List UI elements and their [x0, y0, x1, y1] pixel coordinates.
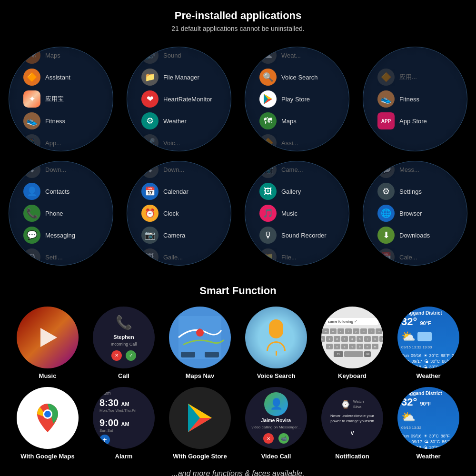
app-label: Galle... [163, 254, 183, 261]
app-label: Browser [399, 210, 422, 217]
app-maps-faded: 🗺 Maps [23, 47, 60, 64]
svg-rect-8 [181, 352, 195, 357]
alarm-days1: Mon,Tue,Wed,Thu,Fri [99, 408, 136, 413]
app-label: Clock [163, 210, 179, 217]
vcall-accept[interactable]: 📹 [278, 433, 289, 444]
svg-rect-9 [205, 352, 219, 357]
caller-name: Stephen [113, 334, 134, 340]
cal-faded-icon: 📅 [377, 248, 395, 266]
app-assistant[interactable]: 🔶 Assistant [23, 69, 70, 86]
key-i: i [368, 328, 375, 334]
notif-message: Never underestimate your power to change… [325, 413, 379, 424]
weather-top-label: Weather [416, 372, 440, 379]
app-downloads[interactable]: ⬇ Downloads [377, 227, 430, 244]
app-messaging[interactable]: 💬 Messaging [23, 227, 75, 244]
decline-btn[interactable]: ✕ [111, 350, 122, 361]
app-contacts[interactable]: 👤 Contacts [23, 183, 69, 200]
call-circle: 📞 Stephen Incoming Call ✕ ✓ [93, 307, 155, 368]
smart-grid-row1: Music 📞 Stephen Incoming Call ✕ ✓ Call [0, 307, 476, 379]
vcall-bg: 👤 Jaime Rovira video calling on Messenge… [245, 387, 307, 449]
key-del: ⌫ [364, 351, 371, 357]
app-yingyongbao[interactable]: ✦ 应用宝 [23, 90, 64, 108]
call-icon: 📞 [116, 315, 132, 330]
key-a: a [321, 336, 325, 342]
apps-grid-row1: 🗺 Maps 🔶 Assistant ✦ 应用宝 👟 Fitness 📱 App… [0, 42, 476, 156]
key-o: o [376, 328, 382, 334]
play-icon [40, 328, 57, 347]
app-calendar[interactable]: 📅 Calendar [141, 183, 188, 200]
voicesearch-label: Voice Search [257, 372, 296, 379]
app-browser[interactable]: 🌐 Browser [377, 205, 422, 222]
app-label: App Store [399, 118, 427, 125]
app-label: 应用... [399, 73, 417, 81]
maps-icon: 🗺 [23, 47, 40, 64]
vcall-avatar: 👤 [264, 392, 288, 416]
app-filemanager[interactable]: 📁 File Manager [141, 69, 199, 86]
app-phone[interactable]: 📞 Phone [23, 205, 63, 222]
footer-text: ...and more functions & faces available. [0, 469, 476, 476]
app-heartrate[interactable]: ❤ HeartRateMonitor [141, 90, 212, 108]
key-g: g [349, 336, 356, 342]
app-label: Gallery [281, 188, 301, 195]
app-weather2-faded: ☁ Weat... [259, 47, 301, 64]
app-label: App... [45, 139, 61, 147]
app-label: Messaging [45, 232, 75, 239]
weather-cloud [417, 332, 432, 341]
app-camera[interactable]: 📷 Camera [141, 227, 185, 244]
weather-sun-b: Sun09/16☀30°C88°F [401, 434, 450, 438]
watch-circle-3: ☁ Weat... 🔍 Voice Search Play Store 🗺 Ma… [245, 47, 349, 151]
app-settings[interactable]: ⚙ Settings [377, 183, 422, 200]
app-voicesearch[interactable]: 🔍 Voice Search [259, 69, 318, 86]
app-label: 应用宝 [45, 95, 64, 103]
camera-icon: 📷 [141, 227, 159, 244]
call-bg: 📞 Stephen Incoming Call ✕ ✓ [93, 307, 155, 368]
notification-label: Notification [335, 453, 369, 460]
weather-main-icon-b: ⛅ [401, 410, 416, 424]
camera2-faded-icon: 📷 [259, 161, 277, 178]
add-alarm-btn[interactable]: + [99, 435, 110, 445]
smart-grid-row2: With Google Maps Alarm 8:30 AM Mon,Tue,W… [0, 387, 476, 460]
assistant-icon: 🔶 [23, 69, 40, 86]
app-label: Camera [163, 232, 185, 239]
app-appstore[interactable]: APP App Store [377, 112, 427, 129]
app-label: Mess... [399, 166, 419, 173]
mess-faded-icon: 💬 [377, 161, 395, 178]
vcall-decline[interactable]: ✕ [263, 433, 274, 444]
app-label: Setti... [45, 254, 63, 261]
alarm-title: Alarm [99, 391, 111, 396]
app-playstore[interactable]: Play Store [259, 90, 310, 108]
app-maps2[interactable]: 🗺 Maps [259, 112, 297, 129]
weather-circle-bottom: Longgand District 32° 90°F ⛅ 09/15 13:32… [397, 387, 459, 449]
key-x: x [334, 344, 340, 349]
app-app-faded: 📱 App... [23, 134, 61, 151]
weather-bg-top: Longgand District 32° 90°F ⛅ 09/15 13:32… [397, 307, 459, 368]
app-clock[interactable]: ⏰ Clock [141, 205, 179, 222]
soundrecorder-icon: 🎙 [259, 227, 277, 244]
watch-circle-8: 💬 Mess... ⚙ Settings 🌐 Browser ⬇ Downloa… [363, 161, 467, 266]
weather-time-b: 09/15 13:32 [401, 426, 421, 430]
settings-faded-icon: ⚙ [23, 248, 40, 266]
app-yingyong2-faded: 🔶 应用... [377, 69, 417, 86]
app-weather[interactable]: ⚙ Weather [141, 112, 187, 129]
notif-header: ⌚ WatchSilva [341, 399, 364, 409]
appstore-icon: APP [377, 112, 395, 129]
app-label: Contacts [45, 188, 69, 195]
app-camera2-faded: 📷 Came... [259, 161, 303, 178]
keyboard-row3: z x c v b n m [326, 344, 378, 349]
vcall-status: video calling on Messenger... [251, 425, 300, 429]
accept-btn[interactable]: ✓ [126, 350, 136, 361]
app-fitness[interactable]: 👟 Fitness [23, 112, 65, 129]
phone-icon: 📞 [23, 205, 40, 222]
app-music[interactable]: 🎵 Music [259, 205, 298, 222]
app-gallery[interactable]: 🖼 Gallery [259, 183, 301, 200]
app-soundrecorder[interactable]: 🎙 Sound Recorder [259, 227, 327, 244]
key-r: r [337, 328, 344, 334]
videocall-circle: 👤 Jaime Rovira video calling on Messenge… [245, 387, 307, 449]
mic-container [267, 319, 286, 356]
videocall-label: Video Call [261, 453, 291, 460]
gmaps-bg [17, 387, 79, 449]
app-fitness2[interactable]: 👟 Fitness [377, 90, 419, 108]
maps2-icon: 🗺 [259, 112, 277, 129]
music-bg [17, 307, 79, 368]
key-123: ?1 [334, 351, 343, 357]
